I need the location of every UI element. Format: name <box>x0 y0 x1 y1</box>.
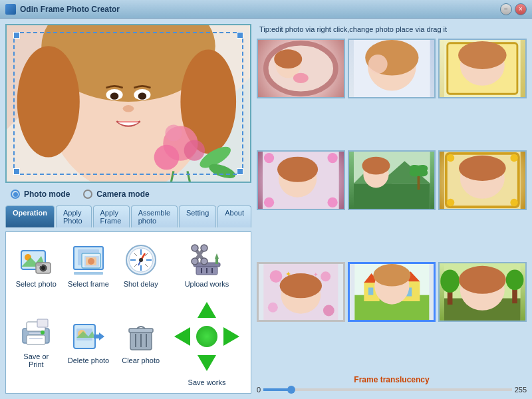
arrow-down-button[interactable] <box>194 350 219 376</box>
svg-point-11 <box>123 105 134 112</box>
upload-works-button[interactable]: Upload works <box>170 239 244 292</box>
camera-mode-radio[interactable] <box>83 190 92 199</box>
handle-top-left[interactable] <box>13 32 20 39</box>
svg-point-25 <box>41 266 45 270</box>
svg-point-10 <box>138 92 147 99</box>
select-frame-label: Select frame <box>68 280 109 288</box>
camera-mode-option[interactable]: Camera mode <box>83 190 149 199</box>
svg-rect-59 <box>215 259 218 264</box>
arrow-right-button[interactable] <box>219 324 244 349</box>
save-print-icon <box>19 315 53 350</box>
frame-thumb-6[interactable] <box>438 150 527 210</box>
photo-mode-option[interactable]: Photo mode <box>11 190 70 199</box>
select-frame-icon <box>71 243 106 277</box>
frame-preview-8 <box>350 264 434 320</box>
down-arrow-icon <box>198 355 216 371</box>
titlebar-buttons: − × <box>500 3 527 15</box>
arrow-left-button[interactable] <box>170 324 195 349</box>
svg-point-93 <box>264 198 274 207</box>
svg-point-112 <box>447 199 454 206</box>
svg-point-117 <box>268 303 278 313</box>
frame-thumb-3[interactable] <box>438 39 527 98</box>
navigation-arrows: Save works <box>170 297 244 386</box>
svg-point-32 <box>88 258 94 265</box>
frame-thumb-7[interactable]: ✦ ✦ <box>257 262 345 322</box>
tab-setting[interactable]: Setting <box>179 205 216 227</box>
handle-bottom-left[interactable] <box>13 168 20 175</box>
save-print-label: Save or Print <box>15 352 57 368</box>
minimize-button[interactable]: − <box>500 3 512 15</box>
frame-thumb-4[interactable] <box>257 150 345 210</box>
close-button[interactable]: × <box>515 3 527 15</box>
svg-point-54 <box>192 245 198 251</box>
svg-point-81 <box>293 73 309 83</box>
svg-point-110 <box>447 154 454 162</box>
operations-panel: Select photo <box>5 231 251 394</box>
titlebar: Odin Frame Photo Creator − × <box>0 0 532 19</box>
frame-thumb-9[interactable] <box>438 262 527 322</box>
save-print-button[interactable]: Save or Print <box>13 297 60 386</box>
slider-max-value: 255 <box>515 386 527 394</box>
arrow-center-button[interactable] <box>196 326 217 347</box>
svg-point-113 <box>511 199 518 206</box>
svg-point-14 <box>184 140 205 160</box>
photo-canvas[interactable] <box>7 25 250 182</box>
arrow-up-button[interactable] <box>194 297 219 323</box>
photo-preview <box>5 24 251 183</box>
clear-photo-icon <box>124 319 158 354</box>
svg-point-122 <box>280 273 322 298</box>
svg-point-138 <box>441 270 460 293</box>
frame-preview-3 <box>440 40 525 97</box>
frame-thumb-5[interactable] <box>348 150 436 210</box>
mode-row: Photo mode Camera mode <box>5 187 251 201</box>
translucency-slider[interactable] <box>263 388 512 391</box>
select-frame-button[interactable]: Select frame <box>65 239 112 292</box>
svg-marker-58 <box>215 253 219 259</box>
select-photo-button[interactable]: Select photo <box>13 239 60 292</box>
svg-point-80 <box>274 49 302 68</box>
photo-mode-label: Photo mode <box>24 190 70 199</box>
app-title: Odin Frame Photo Creator <box>20 5 120 14</box>
svg-rect-74 <box>129 329 153 332</box>
slider-min-value: 0 <box>257 386 261 394</box>
frame-preview-4 <box>258 152 344 209</box>
frame-preview-9 <box>440 263 525 321</box>
svg-point-65 <box>41 331 45 334</box>
handle-top-right[interactable] <box>237 32 243 39</box>
clear-photo-label: Clear photo <box>122 356 160 364</box>
tab-assemble-photo[interactable]: Assemble photo <box>131 205 178 227</box>
svg-point-42 <box>139 258 143 262</box>
frame-thumb-1[interactable] <box>257 39 345 98</box>
photo-mode-radio[interactable] <box>11 190 20 199</box>
svg-rect-63 <box>29 332 43 334</box>
delete-photo-button[interactable]: Delete photo <box>65 297 112 386</box>
delete-photo-icon <box>71 319 106 354</box>
svg-point-109 <box>459 156 506 181</box>
tip-text: Tip:edit photo via right click,change ph… <box>257 24 527 35</box>
svg-rect-26 <box>37 263 42 266</box>
save-works-label: Save works <box>188 378 226 386</box>
frame-thumb-2[interactable] <box>348 39 436 98</box>
svg-point-96 <box>277 157 318 182</box>
frame-thumb-8[interactable] <box>348 262 436 322</box>
tab-apply-frame[interactable]: Apply Frame <box>93 205 130 227</box>
tab-operation[interactable]: Operation <box>5 205 55 227</box>
tab-about[interactable]: About <box>217 205 251 227</box>
svg-point-140 <box>506 270 524 291</box>
tab-apply-photo[interactable]: Apply Photo <box>56 205 92 227</box>
app-icon <box>5 4 16 15</box>
svg-point-118 <box>323 305 334 317</box>
up-arrow-icon <box>198 302 216 318</box>
svg-point-116 <box>321 271 331 281</box>
frame-preview-6 <box>440 152 525 209</box>
svg-point-9 <box>110 92 119 99</box>
camera-mode-label: Camera mode <box>96 190 149 199</box>
left-arrow-icon <box>174 327 190 346</box>
svg-point-56 <box>192 258 198 265</box>
frame-preview-5 <box>349 152 435 209</box>
svg-point-57 <box>201 258 207 265</box>
handle-bottom-right[interactable] <box>237 168 243 175</box>
shot-delay-button[interactable]: Shot delay <box>117 239 164 292</box>
clear-photo-button[interactable]: Clear photo <box>117 297 164 386</box>
upload-works-label: Upload works <box>185 280 229 288</box>
